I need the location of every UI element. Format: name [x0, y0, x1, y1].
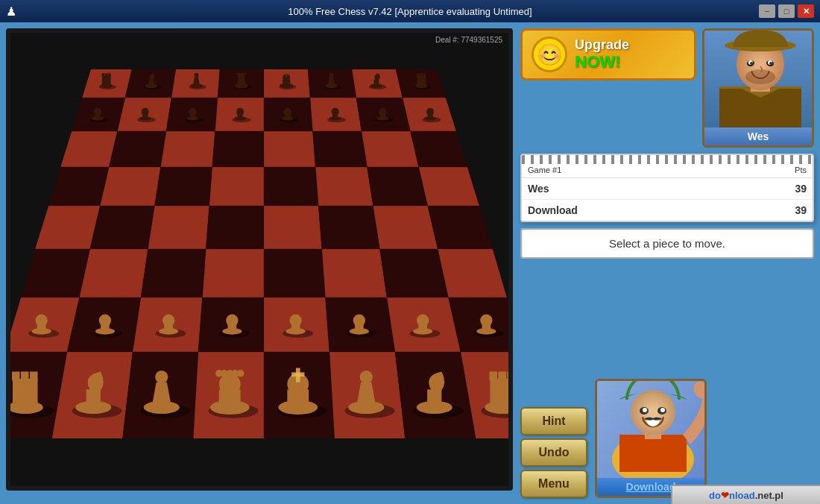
game-label: Game #1 [528, 166, 561, 174]
wes-avatar-canvas [704, 31, 814, 127]
score-player2-name: Download [528, 204, 578, 216]
window-controls: − □ ✕ [759, 4, 814, 18]
board-area: Deal #: 7749361525 [6, 28, 513, 498]
download-bar: do❤nload.net.pl [671, 485, 820, 504]
download-logo: do❤nload.net.pl [709, 490, 783, 501]
close-button[interactable]: ✕ [798, 4, 814, 18]
bottom-section: Hint Undo Menu Download [520, 379, 814, 498]
download-avatar-canvas [597, 381, 707, 478]
spacer [520, 265, 814, 373]
upgrade-line1: Upgrade [575, 38, 629, 53]
undo-button[interactable]: Undo [520, 438, 587, 467]
hint-button[interactable]: Hint [520, 407, 587, 435]
opponent-avatar [704, 31, 814, 127]
player-avatar [597, 381, 707, 478]
score-row-wes: Wes 39 [522, 178, 813, 200]
upgrade-text: Upgrade NOW! [575, 38, 629, 71]
action-buttons: Hint Undo Menu [520, 407, 587, 498]
main-content: Deal #: 7749361525 😊 Upgrade NOW! Wes [0, 22, 820, 504]
deal-number: Deal #: 7749361525 [435, 36, 502, 44]
score-player2-pts: 39 [795, 204, 807, 216]
smiley-icon: 😊 [532, 37, 567, 72]
upgrade-line2: NOW! [575, 53, 629, 71]
menu-button[interactable]: Menu [520, 470, 587, 498]
board-canvas[interactable] [10, 33, 513, 491]
status-message: Select a piece to move. [520, 228, 814, 259]
score-card: Game #1 Pts Wes 39 Download 39 [520, 154, 814, 222]
score-header: Game #1 Pts [522, 155, 813, 178]
pts-label: Pts [795, 166, 807, 174]
player-card: Download [595, 379, 707, 498]
upgrade-button[interactable]: 😊 Upgrade NOW! [520, 28, 696, 81]
minimize-button[interactable]: − [759, 4, 775, 18]
score-player1-pts: 39 [795, 183, 807, 195]
score-row-download: Download 39 [522, 200, 813, 221]
title-bar-icon: ♟ [6, 4, 16, 19]
right-panel: 😊 Upgrade NOW! Wes Game #1 Pts [520, 28, 814, 498]
opponent-name: Wes [704, 127, 812, 145]
chess-board[interactable]: Deal #: 7749361525 [6, 28, 513, 491]
maximize-button[interactable]: □ [778, 4, 795, 18]
score-player1-name: Wes [528, 183, 549, 195]
title-bar: ♟ 100% Free Chess v7.42 [Apprentice eval… [0, 0, 820, 22]
window-title: 100% Free Chess v7.42 [Apprentice evalua… [288, 6, 532, 17]
opponent-card: Wes [702, 28, 814, 148]
